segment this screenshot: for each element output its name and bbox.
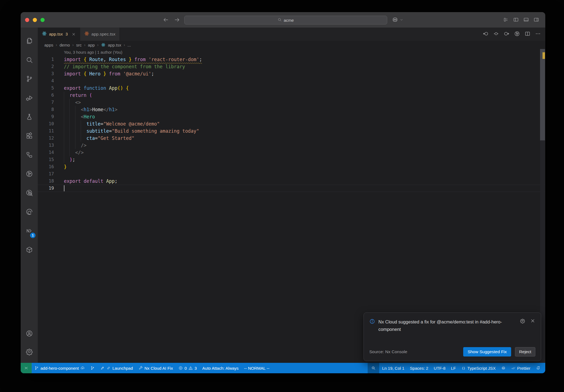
customize-layout-button[interactable] [503,17,509,24]
auto-attach-status[interactable]: Auto Attach: Always [200,363,242,373]
breadcrumb-item[interactable]: apps [44,43,53,47]
notification-settings-gear-icon[interactable] [520,318,525,325]
info-icon [369,318,375,325]
toggle-secondary-sidebar-button[interactable] [533,17,539,24]
code-line-14[interactable]: 14 </> [38,149,545,156]
toggle-primary-sidebar-button[interactable] [513,17,519,24]
breadcrumb-symbol[interactable]: ... [128,43,131,47]
run-debug-view[interactable] [21,89,38,108]
close-button[interactable] [25,18,29,22]
prettier-status[interactable]: Prettier [508,363,533,373]
notification-close-icon[interactable] [530,318,535,325]
command-center-search[interactable]: acme [184,16,387,24]
code-line-10[interactable]: 10 title="Welcmoe @acme/demo" [38,120,545,127]
language-status[interactable]: {}TypeScript JSX [459,363,498,373]
encoding-status[interactable]: UTF-8 [431,363,448,373]
testing-view[interactable] [21,108,38,127]
nav-forward-button[interactable] [504,31,509,38]
hierarchy-view[interactable] [21,146,38,165]
history-forward-button[interactable] [174,17,180,24]
cursor-position-status[interactable]: Ln 19, Col 1 [379,363,407,373]
tab-bar: app.tsx3app.spec.tsx [38,28,545,41]
edge-devtools-view[interactable] [21,203,38,222]
search-view[interactable] [21,51,38,70]
indentation-status[interactable]: Spaces: 2 [407,363,431,373]
containers-view[interactable] [21,241,38,260]
copilot-icon [501,366,506,370]
breadcrumb-separator: › [97,43,99,47]
split-editor-button[interactable] [525,31,530,38]
accounts-menu[interactable] [21,325,38,343]
copilot-icon[interactable] [392,17,398,24]
status-label: Nx Cloud AI Fix [145,366,173,371]
settings-menu[interactable] [21,343,38,361]
run-button[interactable] [514,31,520,38]
notifications-bell[interactable] [533,363,543,373]
breadcrumb-file[interactable]: app.tsx [108,43,121,47]
breadcrumb-item[interactable]: src [76,43,82,47]
code-text: <> [64,99,81,106]
code-line-3[interactable]: 3import { Hero } from '@acme/ui'; [38,70,545,77]
show-suggested-fix-button[interactable]: Show Suggested Fix [463,347,511,356]
svg-text:{}: {} [462,367,465,370]
commit-graph-status[interactable] [88,363,97,373]
history-back-button[interactable] [163,17,169,24]
git-branch-status[interactable]: add-hero-component [32,363,88,373]
code-line-7[interactable]: 7 <> [38,99,545,106]
code-text: <Hero [64,113,95,120]
status-label: Launchpad [112,366,133,371]
code-line-6[interactable]: 6 return ( [38,92,545,99]
toggle-panel-button[interactable] [523,17,529,24]
nx-console-view[interactable]: 1 [21,222,38,241]
editor-scrollbar-thumb[interactable] [540,49,545,140]
copilot-status[interactable] [498,363,508,373]
breadcrumb-item[interactable]: app [88,43,95,47]
problems-status[interactable]: 03 [176,363,200,373]
code-line-15[interactable]: 15 ); [38,156,545,163]
nav-position-button[interactable] [493,31,499,38]
launchpad-status[interactable]: Launchpad [97,363,135,373]
chevron-down-icon[interactable] [400,18,403,23]
tab-app.spec.tsx[interactable]: app.spec.tsx [80,28,120,41]
code-text: </> [64,149,84,156]
more-actions-button[interactable] [535,31,541,38]
code-line-18[interactable]: 18export default App; [38,178,545,185]
code-line-12[interactable]: 12 cta="Get Started" [38,135,545,142]
code-line-8[interactable]: 8 <h1>Home</h1> [38,106,545,113]
code-line-11[interactable]: 11 subtitle="Build something amazing tod… [38,127,545,135]
remote-indicator[interactable] [21,363,32,373]
gitlens-view[interactable] [21,165,38,184]
nx-cloud-ai-fix-status[interactable]: Nx Cloud AI Fix [136,363,176,373]
zoom-button[interactable] [40,18,45,22]
minimize-button[interactable] [33,18,37,22]
gitlens-inspect-view[interactable] [21,184,38,203]
code-line-17[interactable]: 17 [38,170,545,178]
zoom-indicator[interactable] [368,363,379,373]
eol-status[interactable]: LF [448,363,459,373]
git-branch-big-icon [26,75,33,84]
extensions-view[interactable] [21,127,38,146]
code-line-19[interactable]: 19 [38,185,545,192]
line-number: 15 [38,156,54,163]
nav-back-button[interactable] [483,31,489,38]
tab-close-icon[interactable] [72,32,76,36]
tab-app.tsx[interactable]: app.tsx3 [38,28,80,41]
react-icon [84,31,89,37]
code-line-4[interactable]: 4 [38,77,545,85]
wrench-icon [139,366,143,370]
reject-button[interactable]: Reject [515,347,535,356]
code-line-2[interactable]: 2// importing the component from the lib… [38,63,545,70]
breadcrumb-item[interactable]: demo [59,43,70,47]
vim-mode-status[interactable]: -- NORMAL -- [241,363,272,373]
code-line-5[interactable]: 5export function App() { [38,85,545,92]
code-line-16[interactable]: 16} [38,163,545,170]
titlebar: acme [21,12,545,28]
gitlens-inspect-icon [26,189,33,198]
code-line-9[interactable]: 9 <Hero [38,113,545,120]
source-control-view[interactable] [21,70,38,89]
code-text: import { Route, Routes } from 'react-rou… [64,56,202,63]
code-line-13[interactable]: 13 /> [38,142,545,149]
code-line-1[interactable]: 1import { Route, Routes } from 'react-ro… [38,56,545,63]
explorer-view[interactable] [21,32,38,51]
git-blame-annotation[interactable]: You, 3 hours ago | 1 author (You) [38,49,545,56]
